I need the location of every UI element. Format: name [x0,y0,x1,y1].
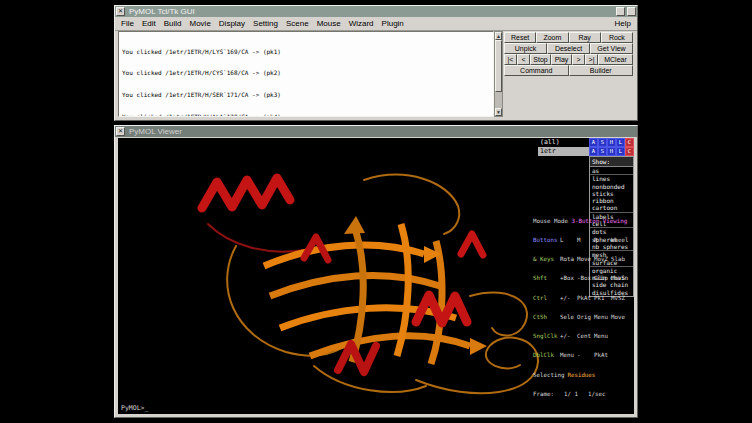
viewer-window: ✕ PyMOL Viewer [114,125,638,418]
matrix-cell: Slab [611,256,628,262]
matrix-row-label: Buttons [533,237,560,243]
mouse-mode-panel: Mouse Mode 3-Button Viewing Buttons L M … [533,205,633,410]
matrix-cell: Rota [560,256,577,262]
window-maximize-icon[interactable] [627,7,636,16]
mouse-mode-line[interactable]: Mouse Mode 3-Button Viewing [533,218,633,224]
show-menu-item-as[interactable]: as [590,167,633,175]
label-button-l[interactable]: L [616,147,625,156]
rock-button[interactable]: Rock [601,32,633,43]
matrix-cell: PkAt [594,352,611,358]
show-menu-title: Show: [590,157,633,167]
matrix-cell: Orig [577,314,594,320]
tcltk-titlebar[interactable]: ✕ PyMOL Tcl/Tk GUI [115,6,637,17]
menu-movie[interactable]: Movie [185,19,214,28]
movie-play-button[interactable]: Play [551,54,572,65]
action-button-a[interactable]: A [589,147,598,156]
matrix-cell: Clip [594,275,611,281]
matrix-row: Buttons L M R Wheel [533,237,633,243]
deselect-button[interactable]: Deselect [547,43,590,54]
menu-display[interactable]: Display [215,19,249,28]
menu-wizard[interactable]: Wizard [345,19,378,28]
frame-rate: 1/sec [588,391,605,397]
movie-first-button[interactable]: |< [504,54,517,65]
matrix-row-label: SnglClk [533,333,560,339]
matrix-row-label: Shft [533,275,560,281]
scroll-down-icon[interactable]: ▼ [495,108,502,116]
hide-button-h[interactable]: H [607,147,616,156]
matrix-cell: Wheel [611,237,628,243]
builder-button[interactable]: Builder [569,65,634,76]
tcltk-gui-window: ✕ PyMOL Tcl/Tk GUI File Edit Build Movie… [114,5,638,121]
ray-button[interactable]: Ray [569,32,601,43]
matrix-cell: +/- [560,333,577,339]
matrix-row-label: & Keys [533,256,560,262]
viewer-title: PyMOL Viewer [129,126,182,137]
scrollbar-trough[interactable] [495,92,502,108]
menu-edit[interactable]: Edit [138,19,160,28]
matrix-cell [611,352,628,358]
matrix-cell: Cent [577,333,594,339]
output-console[interactable]: You clicked /1etr/1ETR/H/LYS`169/CA -> (… [118,31,494,117]
show-button-s[interactable]: S [598,147,607,156]
movie-next-button[interactable]: > [572,54,585,65]
unpick-button[interactable]: Unpick [504,43,547,54]
show-menu-item-nonbonded[interactable]: nonbonded [590,183,633,190]
scrollbar-thumb[interactable] [495,40,502,92]
window-minimize-icon[interactable] [616,7,625,16]
object-panel: (all) A S H L C 1etr A S H L C [538,138,634,156]
console-line: You clicked /1etr/1ETR/H/SER`171/CA -> (… [122,91,493,98]
movie-stop-button[interactable]: Stop [530,54,551,65]
matrix-cell: Move [611,314,628,320]
matrix-cell: - [577,352,594,358]
menu-help[interactable]: Help [611,19,635,28]
menu-scene[interactable]: Scene [282,19,313,28]
mclear-button[interactable]: MClear [598,54,633,65]
frame-spacer [554,391,564,397]
matrix-cell: Sele [560,314,577,320]
object-row-all[interactable]: (all) A S H L C [538,138,634,147]
action-button-a[interactable]: A [589,138,598,147]
matrix-cell: MvSZ [611,295,628,301]
matrix-row-label: Ctrl [533,295,560,301]
object-label[interactable]: (all) [538,138,589,147]
scroll-up-icon[interactable]: ▲ [495,32,502,40]
matrix-cell: MovZ [594,256,611,262]
get-view-button[interactable]: Get View [590,43,633,54]
show-button-s[interactable]: S [598,138,607,147]
command-button[interactable]: Command [504,65,569,76]
frame-spacer [578,391,588,397]
show-menu-item-ribbon[interactable]: ribbon [590,197,633,204]
button-row: Command Builder [504,65,633,76]
menu-file[interactable]: File [117,19,138,28]
matrix-cell: MovS [611,275,628,281]
window-close-icon[interactable]: ✕ [116,127,125,136]
selecting-mode-button[interactable]: Residues [567,372,595,378]
viewer-titlebar[interactable]: ✕ PyMOL Viewer [115,126,637,137]
movie-prev-button[interactable]: < [517,54,530,65]
window-close-icon[interactable]: ✕ [116,7,125,16]
matrix-cell: -Box [577,275,594,281]
menu-setting[interactable]: Setting [249,19,282,28]
color-button-c[interactable]: C [625,138,634,147]
hide-button-h[interactable]: H [607,138,616,147]
object-label[interactable]: 1etr [538,147,589,156]
console-scrollbar[interactable]: ▲ ▼ [494,31,503,117]
menubar: File Edit Build Movie Display Setting Sc… [115,17,637,31]
zoom-button[interactable]: Zoom [536,32,568,43]
matrix-row: CtSh Sele Orig Menu Move [533,314,633,320]
viewer-viewport[interactable]: (all) A S H L C 1etr A S H L C [118,138,634,414]
object-row-1etr[interactable]: 1etr A S H L C [538,147,634,156]
object-actions: A S H L C [589,138,634,147]
show-menu-item-lines[interactable]: lines [590,175,633,182]
pymol-command-prompt[interactable]: PyMOL>_ [121,404,148,412]
menu-mouse[interactable]: Mouse [313,19,345,28]
show-menu-item-sticks[interactable]: sticks [590,190,633,197]
matrix-cell: L [560,237,577,243]
label-button-l[interactable]: L [616,138,625,147]
color-button-c[interactable]: C [625,147,634,156]
menu-build[interactable]: Build [160,19,186,28]
movie-last-button[interactable]: >| [585,54,598,65]
matrix-cell: Menu [594,333,611,339]
menu-plugin[interactable]: Plugin [378,19,408,28]
reset-button[interactable]: Reset [504,32,536,43]
